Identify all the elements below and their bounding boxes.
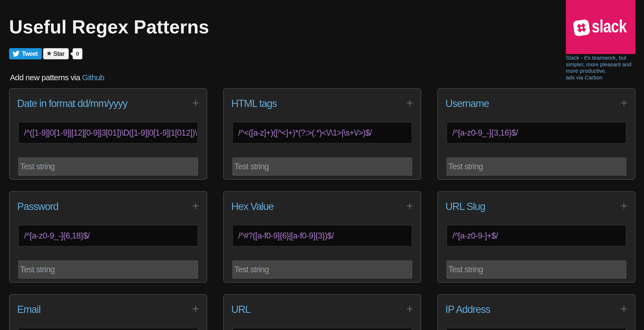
svg-text:slack: slack (592, 16, 627, 36)
